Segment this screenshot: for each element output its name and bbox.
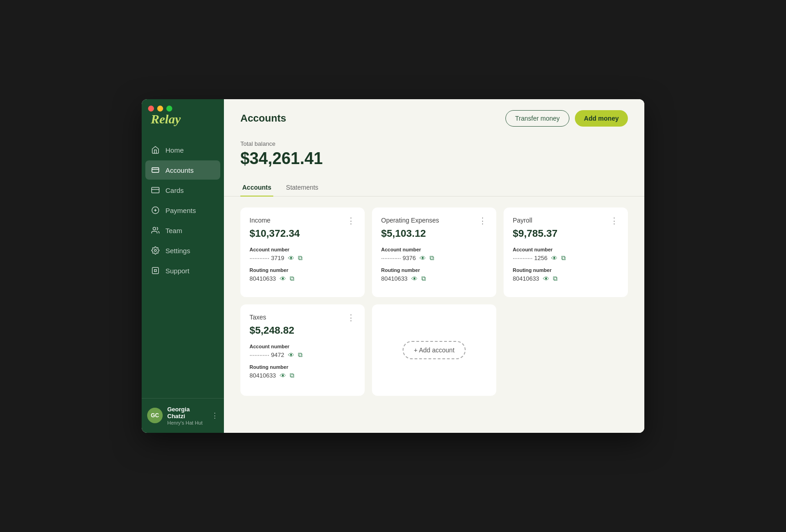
page-header: Accounts Transfer money Add money <box>224 99 644 136</box>
copy-routing-number-icon[interactable]: ⧉ <box>553 275 558 282</box>
account-card-operating: Operating Expenses ⋮ $5,103.12 Account n… <box>372 207 496 297</box>
add-account-card: + Add account <box>372 304 496 396</box>
account-number-field: Account number ············ 3719 👁 ⧉ <box>250 247 356 262</box>
routing-number-field: Routing number 80410633 👁 ⧉ <box>250 267 356 282</box>
copy-routing-number-icon[interactable]: ⧉ <box>290 275 294 282</box>
balance-section: Total balance $34,261.41 <box>224 136 644 179</box>
accounts-grid: Income ⋮ $10,372.34 Account number ·····… <box>240 207 628 396</box>
support-icon <box>151 266 160 275</box>
add-account-button[interactable]: + Add account <box>403 341 465 359</box>
view-routing-number-icon[interactable]: 👁 <box>543 275 549 282</box>
view-account-number-icon[interactable]: 👁 <box>551 255 558 262</box>
main-content: Accounts Transfer money Add money Total … <box>224 99 644 433</box>
page-title: Accounts <box>240 112 286 124</box>
account-card-income: Income ⋮ $10,372.34 Account number ·····… <box>240 207 365 297</box>
svg-point-7 <box>153 227 156 230</box>
payments-icon <box>151 206 160 215</box>
account-more-icon[interactable]: ⋮ <box>347 314 356 322</box>
copy-routing-number-icon[interactable]: ⧉ <box>421 275 426 282</box>
user-more-icon[interactable]: ⋮ <box>211 411 218 420</box>
copy-account-number-icon[interactable]: ⧉ <box>430 254 434 262</box>
cards-icon <box>151 186 160 195</box>
account-header: Income ⋮ <box>250 217 356 225</box>
view-routing-number-icon[interactable]: 👁 <box>411 275 418 282</box>
sidebar-nav: Home Accounts <box>142 140 224 398</box>
team-icon <box>151 226 160 235</box>
user-profile[interactable]: GC Georgia Chatzi Henry's Hat Hut ⋮ <box>142 398 224 433</box>
account-card-payroll: Payroll ⋮ $9,785.37 Account number ·····… <box>504 207 628 297</box>
traffic-lights <box>148 106 172 112</box>
transfer-money-button[interactable]: Transfer money <box>505 110 569 127</box>
copy-account-number-icon[interactable]: ⧉ <box>298 351 303 359</box>
tab-accounts[interactable]: Accounts <box>240 179 273 197</box>
accounts-content: Income ⋮ $10,372.34 Account number ·····… <box>224 197 644 433</box>
accounts-icon <box>151 165 160 175</box>
svg-rect-2 <box>152 187 159 193</box>
sidebar-item-settings[interactable]: Settings <box>145 241 220 260</box>
view-account-number-icon[interactable]: 👁 <box>420 255 426 262</box>
copy-account-number-icon[interactable]: ⧉ <box>561 254 566 262</box>
account-more-icon[interactable]: ⋮ <box>478 217 487 225</box>
copy-account-number-icon[interactable]: ⧉ <box>298 254 303 262</box>
user-info: Georgia Chatzi Henry's Hat Hut <box>167 406 207 426</box>
maximize-button[interactable] <box>166 106 172 112</box>
account-card-taxes: Taxes ⋮ $5,248.82 Account number ·······… <box>240 304 365 396</box>
close-button[interactable] <box>148 106 154 112</box>
svg-point-8 <box>154 250 157 252</box>
view-routing-number-icon[interactable]: 👁 <box>280 372 286 379</box>
copy-routing-number-icon[interactable]: ⧉ <box>290 372 294 379</box>
avatar: GC <box>147 408 163 423</box>
view-routing-number-icon[interactable]: 👁 <box>280 275 286 282</box>
account-more-icon[interactable]: ⋮ <box>347 217 356 225</box>
settings-icon <box>151 246 160 255</box>
minimize-button[interactable] <box>157 106 163 112</box>
sidebar: Relay Home <box>142 99 224 433</box>
tabs: Accounts Statements <box>224 179 644 197</box>
sidebar-item-accounts[interactable]: Accounts <box>145 160 220 180</box>
svg-rect-0 <box>152 168 159 173</box>
sidebar-item-support[interactable]: Support <box>145 261 220 280</box>
svg-rect-9 <box>152 267 159 274</box>
home-icon <box>151 145 160 154</box>
logo-text: Relay <box>151 112 181 126</box>
sidebar-item-home[interactable]: Home <box>145 140 220 160</box>
header-actions: Transfer money Add money <box>505 110 628 127</box>
account-more-icon[interactable]: ⋮ <box>610 217 619 225</box>
sidebar-item-team[interactable]: Team <box>145 221 220 240</box>
sidebar-item-payments[interactable]: Payments <box>145 201 220 220</box>
view-account-number-icon[interactable]: 👁 <box>288 351 294 359</box>
sidebar-item-cards[interactable]: Cards <box>145 181 220 200</box>
view-account-number-icon[interactable]: 👁 <box>288 255 294 262</box>
tab-statements[interactable]: Statements <box>284 179 320 197</box>
add-money-button[interactable]: Add money <box>575 110 628 127</box>
